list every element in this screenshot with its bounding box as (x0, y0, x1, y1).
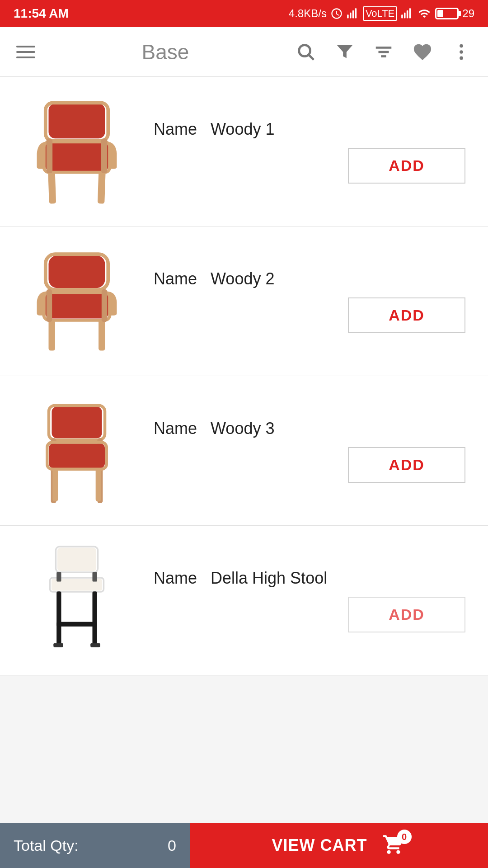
cart-badge: 0 (397, 830, 412, 844)
product-name-row: Name Della High Stool (154, 569, 465, 588)
product-name-woody2: Woody 2 (211, 269, 274, 288)
product-name-row: Name Woody 1 (154, 120, 465, 139)
product-item: Name Woody 3 ADD (0, 376, 488, 526)
svg-rect-24 (49, 255, 105, 288)
product-image-woody3 (14, 390, 140, 512)
svg-rect-45 (92, 572, 97, 582)
svg-rect-7 (409, 8, 411, 18)
product-name-woody1: Woody 1 (211, 120, 274, 139)
alarm-icon (330, 7, 343, 20)
total-qty-label: Total Qty: (14, 837, 79, 854)
svg-rect-2 (352, 10, 354, 19)
svg-rect-0 (347, 14, 349, 18)
chair-image-woody3 (23, 394, 131, 507)
product-image-della (14, 539, 140, 661)
filter-button[interactable] (334, 42, 355, 62)
svg-rect-22 (47, 138, 52, 173)
svg-rect-40 (57, 548, 96, 571)
svg-point-14 (460, 50, 463, 54)
view-cart-label: VIEW CART (272, 836, 367, 855)
network-speed: 4.8KB/s (289, 7, 327, 20)
status-right: 4.8KB/s VoLTE 29 (289, 6, 474, 21)
search-icon (296, 42, 316, 62)
chair-image-woody2 (23, 245, 131, 358)
time: 11:54 AM (14, 6, 69, 21)
svg-rect-50 (90, 643, 100, 647)
svg-rect-39 (96, 469, 101, 501)
product-image-woody2 (14, 240, 140, 362)
svg-rect-28 (49, 319, 55, 350)
search-button[interactable] (296, 42, 316, 62)
product-info-woody3: Name Woody 3 ADD (140, 419, 474, 483)
svg-point-8 (299, 45, 310, 56)
chair-image-della (23, 544, 131, 657)
product-name-woody3: Woody 3 (211, 419, 274, 438)
svg-rect-36 (49, 443, 105, 468)
product-label: Name (154, 419, 197, 438)
add-button-woody2[interactable]: ADD (348, 297, 465, 333)
svg-rect-5 (404, 13, 406, 19)
more-icon (451, 42, 472, 62)
product-image-woody1 (14, 90, 140, 212)
product-info-della: Name Della High Stool ADD (140, 569, 474, 632)
product-name-della: Della High Stool (211, 569, 327, 588)
svg-rect-29 (99, 319, 105, 350)
svg-point-13 (460, 44, 463, 47)
product-name-row: Name Woody 2 (154, 269, 465, 288)
svg-rect-49 (53, 643, 63, 647)
svg-rect-23 (101, 138, 107, 173)
svg-rect-21 (98, 171, 106, 204)
add-button-della[interactable]: ADD (348, 597, 465, 632)
status-bar: 11:54 AM 4.8KB/s VoLTE 29 (0, 0, 488, 27)
heart-icon (412, 42, 433, 62)
svg-rect-38 (52, 469, 58, 501)
product-list: Name Woody 1 ADD (0, 77, 488, 675)
more-button[interactable] (451, 42, 472, 62)
product-item: Name Della High Stool ADD (0, 526, 488, 675)
battery-icon (435, 8, 459, 19)
svg-rect-1 (350, 13, 352, 19)
svg-rect-16 (49, 104, 105, 138)
chair-image-woody1 (23, 95, 131, 208)
page-title: Base (142, 40, 189, 64)
svg-rect-32 (52, 407, 102, 438)
signal2-icon (401, 7, 413, 20)
product-label: Name (154, 120, 197, 139)
svg-rect-31 (102, 289, 108, 322)
toolbar-icons (296, 42, 472, 62)
product-info-woody1: Name Woody 1 ADD (140, 120, 474, 184)
svg-rect-4 (401, 14, 403, 18)
total-qty-section: Total Qty: 0 (0, 823, 190, 868)
product-info-woody2: Name Woody 2 ADD (140, 269, 474, 333)
svg-rect-30 (47, 289, 52, 322)
toolbar: Base (0, 27, 488, 77)
svg-rect-26 (46, 293, 108, 319)
svg-rect-6 (407, 10, 408, 19)
sort-icon (373, 42, 394, 62)
bottom-bar: Total Qty: 0 VIEW CART 0 (0, 823, 488, 868)
svg-rect-47 (92, 591, 97, 646)
svg-point-15 (460, 56, 463, 60)
menu-button[interactable] (16, 46, 35, 58)
product-label: Name (154, 569, 197, 588)
add-button-woody1[interactable]: ADD (348, 148, 465, 184)
menu-icon (16, 46, 35, 58)
cart-icon-wrapper: 0 (381, 833, 406, 858)
add-button-woody3[interactable]: ADD (348, 447, 465, 483)
battery-percent: 29 (462, 7, 474, 20)
wifi-icon (417, 7, 432, 20)
product-label: Name (154, 269, 197, 288)
signal-icon (347, 7, 359, 20)
product-item: Name Woody 2 ADD (0, 226, 488, 376)
svg-rect-44 (56, 572, 61, 582)
filter-icon (334, 42, 355, 62)
sort-button[interactable] (373, 42, 394, 62)
lte-badge: VoLTE (363, 6, 397, 21)
product-name-row: Name Woody 3 (154, 419, 465, 438)
svg-rect-20 (48, 171, 56, 204)
favorite-button[interactable] (412, 42, 433, 62)
svg-rect-3 (355, 8, 357, 18)
svg-rect-46 (56, 591, 61, 646)
view-cart-button[interactable]: VIEW CART 0 (190, 823, 488, 868)
product-item: Name Woody 1 ADD (0, 77, 488, 226)
